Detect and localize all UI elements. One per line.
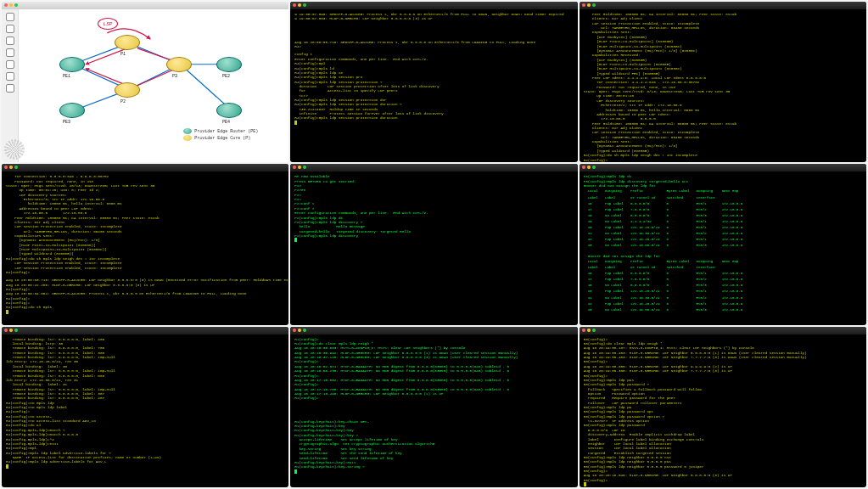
terminal-p2-discovery[interactable]: RP now availablePress RETURN to get star… xyxy=(290,164,577,324)
panel-topology[interactable]: LSP PE1 P1 P2 P3 PE2 PE3 PE4 Provider Ed… xyxy=(2,2,288,162)
label: PE4 xyxy=(222,120,230,125)
router-p3[interactable] xyxy=(166,57,192,72)
mpls-label-table: LocalOutgoingPrefixBytes LabelOutgoingNe… xyxy=(584,188,748,250)
label: PE2 xyxy=(222,74,230,79)
titlebar[interactable] xyxy=(2,2,288,9)
tool-icon[interactable] xyxy=(6,25,14,33)
terminal-output[interactable]: TCP connection: 5.5.5.5:646 - 6.6.6.6:38… xyxy=(2,171,288,324)
router-pe1[interactable] xyxy=(59,57,85,72)
topology-canvas[interactable]: LSP PE1 P1 P2 P3 PE2 PE3 PE4 Provider Ed… xyxy=(2,9,288,162)
router-pe2[interactable] xyxy=(216,57,242,72)
label: P1 xyxy=(120,52,126,57)
terminal-md5-badauth[interactable]: R1(config)#R1(config)#do clear mpls ldp … xyxy=(290,327,577,487)
terminal-ldp-password[interactable]: R3(config)#R3(config)#do clear mpls ldp … xyxy=(580,327,866,487)
tool-icon[interactable] xyxy=(6,13,14,21)
terminal-output[interactable]: RP now availablePress RETURN to get star… xyxy=(290,171,577,324)
terminal-output[interactable]: remote binding: lsr: 8.8.8.8:0, label: 4… xyxy=(2,334,288,487)
label: P2 xyxy=(120,99,126,104)
terminal-mpls-forwarding-table[interactable]: P3(config)#mpls ldp diP3(config)#mpls ld… xyxy=(580,164,866,324)
terminal-label-bindings[interactable]: remote binding: lsr: 8.8.8.8:0, label: 4… xyxy=(2,327,288,487)
router-p2[interactable] xyxy=(115,82,140,98)
terminal-output[interactable]: R3(config)#R3(config)#do clear mpls ldp … xyxy=(580,334,866,487)
terminal-output[interactable]: Peer Holdtime: 180000 ms; KA interval: 6… xyxy=(580,9,866,162)
tool-icon[interactable] xyxy=(6,72,14,81)
tool-icon[interactable] xyxy=(6,60,14,69)
tool-icon[interactable] xyxy=(6,37,14,45)
tool-icon[interactable] xyxy=(6,48,14,57)
terminal-r4-session-protection[interactable]: 9 19:30:07.590: NEOSPF-5-ADJCHG: Process… xyxy=(290,2,577,162)
tool-icon[interactable] xyxy=(6,84,14,93)
label: P3 xyxy=(172,74,177,79)
label: PE1 xyxy=(63,74,70,79)
label: PE3 xyxy=(63,120,70,125)
terminal-ldp-neighbor-detail[interactable]: Peer Holdtime: 180000 ms; KA interval: 6… xyxy=(580,2,866,162)
legend: Provider Edge Router (PE) Provider Edge … xyxy=(183,127,258,142)
mpls-label-table: LocalOutgoingPrefixBytes LabelOutgoingNe… xyxy=(584,258,748,314)
clock-icon xyxy=(4,139,25,160)
router-pe3[interactable] xyxy=(59,103,85,118)
router-pe4[interactable] xyxy=(216,103,242,118)
terminal-output[interactable]: R1(config)#R1(config)#do clear mpls ldp … xyxy=(290,334,577,487)
terminal-output[interactable]: P3(config)#mpls ldp diP3(config)#mpls ld… xyxy=(580,171,866,324)
router-p1[interactable] xyxy=(115,35,140,50)
terminal-ldp-session-state[interactable]: TCP connection: 5.5.5.5:646 - 6.6.6.6:38… xyxy=(2,164,288,324)
terminal-output[interactable]: 9 19:30:07.590: NEOSPF-5-ADJCHG: Process… xyxy=(290,9,577,162)
lsp-badge: LSP xyxy=(98,18,118,30)
svg-line-10 xyxy=(137,69,176,86)
